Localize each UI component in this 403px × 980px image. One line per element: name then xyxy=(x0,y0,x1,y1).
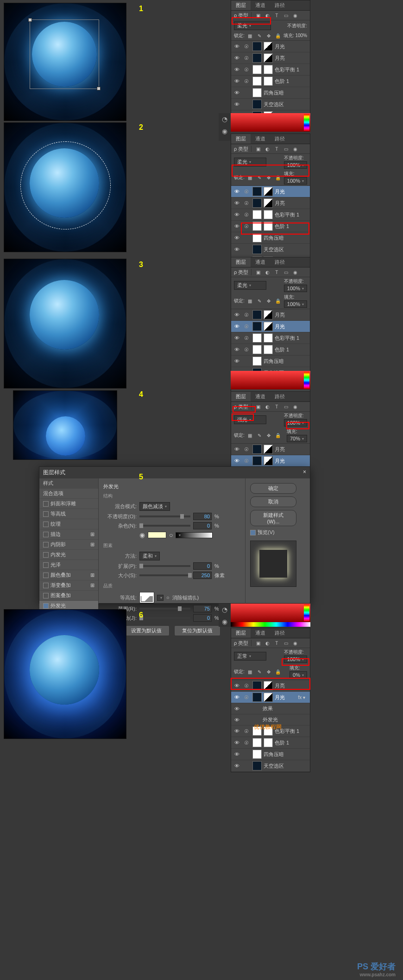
visibility-icon[interactable]: 👁 xyxy=(233,728,240,734)
visibility-icon[interactable]: 👁 xyxy=(233,347,240,352)
visibility-icon[interactable]: 👁 xyxy=(233,717,240,723)
plus-icon[interactable]: ⊞ xyxy=(90,541,94,547)
filter-adj-icon[interactable]: ◐ xyxy=(264,639,271,647)
history-icon[interactable]: ◔ xyxy=(219,113,231,125)
layer-thumb[interactable] xyxy=(264,76,273,86)
style-checkbox[interactable] xyxy=(43,583,49,588)
link-icon[interactable]: ⦿ xyxy=(242,458,251,464)
link-icon[interactable]: ⦿ xyxy=(242,740,251,745)
layer-thumb[interactable] xyxy=(264,693,273,702)
filter-adj-icon[interactable]: ◐ xyxy=(264,403,271,410)
layer-row[interactable]: 👁效果 xyxy=(231,703,310,714)
layer-thumb[interactable] xyxy=(252,750,262,759)
range-input[interactable] xyxy=(193,605,212,612)
style-checkbox[interactable] xyxy=(43,522,49,527)
visibility-icon[interactable]: 👁 xyxy=(233,212,240,217)
tab-paths[interactable]: 路径 xyxy=(270,628,290,638)
visibility-icon[interactable]: 👁 xyxy=(233,706,240,712)
blend-mode-dropdown[interactable]: 柔光 xyxy=(234,158,266,166)
blend-mode-value[interactable]: 颜色减淡 xyxy=(139,502,170,511)
btn-cancel[interactable]: 取消 xyxy=(250,496,296,507)
blend-mode-dropdown[interactable]: 柔光 xyxy=(234,21,271,30)
visibility-icon[interactable]: 👁 xyxy=(233,90,240,95)
layer-thumb[interactable] xyxy=(264,187,273,196)
fill-value[interactable]: 100% xyxy=(284,300,307,308)
tab-channels[interactable]: 通道 xyxy=(251,628,270,638)
tab-channels[interactable]: 通道 xyxy=(251,392,270,401)
hue-strip[interactable] xyxy=(304,114,309,131)
plus-icon[interactable]: ⊞ xyxy=(90,531,94,537)
layer-row[interactable]: 👁⦿月亮 xyxy=(231,680,310,692)
layer-row[interactable]: 👁⦿月光 xyxy=(231,455,310,467)
link-icon[interactable]: ⦿ xyxy=(242,67,251,72)
layer-thumb[interactable] xyxy=(252,187,262,196)
visibility-icon[interactable]: 👁 xyxy=(233,189,240,194)
layer-row[interactable]: 👁⦿色彩平衡 1 xyxy=(231,332,310,344)
antialias-radio[interactable]: ○ xyxy=(166,595,170,600)
layer-row[interactable]: 👁⦿月光fx ▾ xyxy=(231,692,310,703)
layer-row[interactable]: 👁⦿色彩平衡 1 xyxy=(231,64,310,76)
layer-row[interactable]: 👁四角压暗 xyxy=(231,232,310,244)
lock-pixels-icon[interactable]: ▦ xyxy=(246,297,254,305)
blend-options-item[interactable]: 混合选项 xyxy=(39,489,98,499)
layer-row[interactable]: 👁⦿色阶 1 xyxy=(231,737,310,749)
filter-smart-icon[interactable]: ◉ xyxy=(291,403,299,410)
blend-mode-dropdown[interactable]: 柔光 xyxy=(234,281,266,290)
layer-thumb[interactable] xyxy=(252,345,262,354)
noise-slider[interactable] xyxy=(139,525,190,527)
layer-row[interactable]: 👁天空选区 xyxy=(231,244,310,255)
btn-new-style[interactable]: 新建样式(W)... xyxy=(250,510,296,526)
layer-row[interactable]: 👁⦿月亮 xyxy=(231,309,310,321)
visibility-icon[interactable]: 👁 xyxy=(233,683,240,688)
visibility-icon[interactable]: 👁 xyxy=(233,102,240,107)
filter-text-icon[interactable]: T xyxy=(273,12,280,19)
link-icon[interactable]: ⦿ xyxy=(242,212,251,217)
lock-pixels-icon[interactable]: ▦ xyxy=(246,668,254,675)
layer-thumb[interactable] xyxy=(264,53,273,63)
style-item[interactable]: 纹理 xyxy=(39,519,98,529)
visibility-icon[interactable]: 👁 xyxy=(233,763,240,769)
tab-paths[interactable]: 路径 xyxy=(270,392,290,401)
style-item[interactable]: 内阴影⊞ xyxy=(39,540,98,550)
lock-move-icon[interactable]: ✥ xyxy=(265,32,272,39)
layer-row[interactable]: 👁⦿月亮 xyxy=(231,444,310,455)
lock-move-icon[interactable]: ✥ xyxy=(265,432,272,439)
spread-slider[interactable] xyxy=(139,565,190,567)
lock-all-icon[interactable]: 🔒 xyxy=(274,174,282,181)
link-icon[interactable]: ⦿ xyxy=(242,189,251,194)
color-picker[interactable] xyxy=(231,113,310,132)
visibility-icon[interactable]: 👁 xyxy=(233,324,240,329)
style-checkbox[interactable] xyxy=(43,542,49,547)
filter-adj-icon[interactable]: ◐ xyxy=(264,12,271,19)
visibility-icon[interactable]: 👁 xyxy=(233,247,240,252)
layer-thumb[interactable] xyxy=(264,738,273,747)
swatch-icon[interactable]: ◉ xyxy=(219,125,231,137)
layer-row[interactable]: 👁⦿色阶 1 xyxy=(231,221,310,232)
link-icon[interactable]: ⦿ xyxy=(242,447,251,452)
gradient-picker[interactable] xyxy=(176,532,213,538)
style-item[interactable]: 颜色叠加⊞ xyxy=(39,570,98,580)
layer-thumb[interactable] xyxy=(264,310,273,319)
fill-value[interactable]: 0% xyxy=(290,671,307,679)
layer-thumb[interactable] xyxy=(264,222,273,231)
filter-image-icon[interactable]: ▣ xyxy=(254,639,262,647)
btn-set-default[interactable]: 设置为默认值 xyxy=(123,625,170,636)
fill-value[interactable]: 100% xyxy=(284,177,307,185)
style-item[interactable]: 图案叠加 xyxy=(39,591,98,601)
layer-row[interactable]: 👁天空选区 xyxy=(231,760,310,772)
filter-smart-icon[interactable]: ◉ xyxy=(291,145,299,153)
layer-thumb[interactable] xyxy=(252,681,262,690)
link-icon[interactable]: ⦿ xyxy=(242,336,251,341)
solid-radio[interactable]: ◉ xyxy=(139,531,145,539)
link-icon[interactable]: ⦿ xyxy=(242,695,251,700)
visibility-icon[interactable]: 👁 xyxy=(233,235,240,241)
visibility-icon[interactable]: 👁 xyxy=(233,446,240,452)
filter-image-icon[interactable]: ▣ xyxy=(254,268,262,276)
style-checkbox[interactable] xyxy=(43,593,49,598)
visibility-icon[interactable]: 👁 xyxy=(233,358,240,364)
style-checkbox[interactable] xyxy=(43,511,49,517)
link-icon[interactable]: ⦿ xyxy=(242,201,251,206)
blend-mode-dropdown[interactable]: 正常 xyxy=(234,652,266,661)
link-icon[interactable]: ⦿ xyxy=(242,56,251,61)
range-slider[interactable] xyxy=(139,608,190,610)
